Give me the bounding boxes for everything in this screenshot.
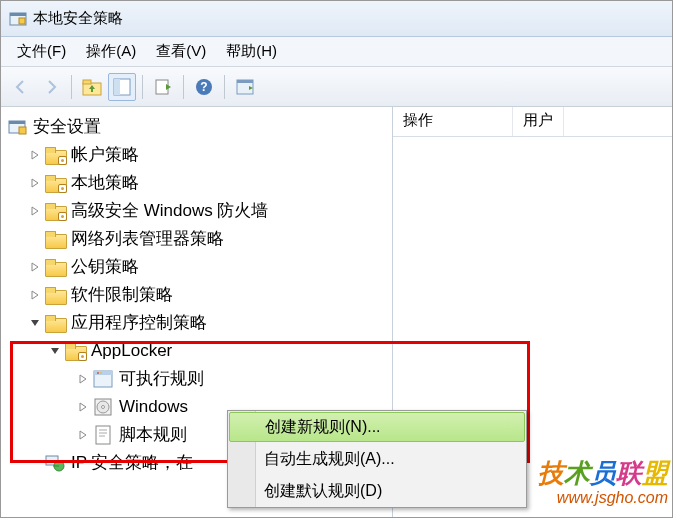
tree-label: 软件限制策略 bbox=[71, 281, 173, 309]
tree-label: Windows bbox=[119, 393, 188, 421]
tree-label: IP 安全策略，在 bbox=[71, 449, 193, 477]
toolbar-separator bbox=[183, 75, 184, 99]
right-header: 操作 用户 bbox=[393, 107, 672, 137]
context-menu-auto-gen[interactable]: 自动生成规则(A)... bbox=[228, 443, 526, 475]
expander-icon[interactable] bbox=[27, 259, 43, 275]
folder-icon bbox=[45, 229, 65, 249]
folder-icon bbox=[45, 313, 65, 333]
tree-item-applocker[interactable]: AppLocker bbox=[3, 337, 392, 365]
menu-view[interactable]: 查看(V) bbox=[146, 38, 216, 65]
tree-item-exe-rules[interactable]: 可执行规则 bbox=[3, 365, 392, 393]
ip-security-icon bbox=[45, 453, 65, 473]
tree-item-software-restriction[interactable]: 软件限制策略 bbox=[3, 281, 392, 309]
up-folder-button[interactable] bbox=[78, 73, 106, 101]
toolbar-separator bbox=[224, 75, 225, 99]
toolbar: ? bbox=[1, 67, 672, 107]
svg-rect-4 bbox=[83, 80, 91, 84]
tree-label: 公钥策略 bbox=[71, 253, 139, 281]
menu-action[interactable]: 操作(A) bbox=[76, 38, 146, 65]
svg-rect-2 bbox=[19, 18, 25, 24]
expander-spacer bbox=[27, 231, 43, 247]
svg-point-21 bbox=[102, 406, 105, 409]
folder-icon bbox=[45, 201, 65, 221]
column-header-action[interactable]: 操作 bbox=[393, 107, 513, 136]
tree-item-account-policy[interactable]: 帐户策略 bbox=[3, 141, 392, 169]
security-settings-icon bbox=[7, 117, 27, 137]
svg-rect-16 bbox=[94, 371, 112, 375]
tree-root[interactable]: 安全设置 bbox=[3, 113, 392, 141]
window-icon bbox=[93, 369, 113, 389]
context-menu-create-default[interactable]: 创建默认规则(D) bbox=[228, 475, 526, 507]
help-button[interactable]: ? bbox=[190, 73, 218, 101]
column-header-user[interactable]: 用户 bbox=[513, 107, 564, 136]
export-button[interactable] bbox=[149, 73, 177, 101]
tree-label: 安全设置 bbox=[33, 113, 101, 141]
svg-rect-1 bbox=[10, 13, 26, 16]
expander-icon[interactable] bbox=[27, 147, 43, 163]
tree-label: 网络列表管理器策略 bbox=[71, 225, 224, 253]
watermark-brand: 技术员联盟 bbox=[538, 456, 668, 491]
app-icon bbox=[9, 10, 27, 28]
tree-label: 高级安全 Windows 防火墙 bbox=[71, 197, 268, 225]
menu-item-label: 自动生成规则(A)... bbox=[264, 449, 395, 470]
tree-item-local-policy[interactable]: 本地策略 bbox=[3, 169, 392, 197]
tree-label: 脚本规则 bbox=[119, 421, 187, 449]
tree-label: 可执行规则 bbox=[119, 365, 204, 393]
tree-item-app-control[interactable]: 应用程序控制策略 bbox=[3, 309, 392, 337]
main-window: 本地安全策略 文件(F) 操作(A) 查看(V) 帮助(H) ? 安全设置 bbox=[0, 0, 673, 518]
expander-icon[interactable] bbox=[75, 399, 91, 415]
svg-rect-11 bbox=[237, 80, 253, 83]
context-menu-create-new[interactable]: 创建新规则(N)... bbox=[229, 412, 525, 442]
menu-help[interactable]: 帮助(H) bbox=[216, 38, 287, 65]
script-icon bbox=[93, 425, 113, 445]
tree-item-public-key[interactable]: 公钥策略 bbox=[3, 253, 392, 281]
tree-view-button[interactable] bbox=[108, 73, 136, 101]
toolbar-separator bbox=[71, 75, 72, 99]
window-title: 本地安全策略 bbox=[33, 9, 123, 28]
svg-point-17 bbox=[97, 372, 99, 374]
svg-rect-22 bbox=[96, 426, 110, 444]
context-menu: 创建新规则(N)... 自动生成规则(A)... 创建默认规则(D) bbox=[227, 410, 527, 508]
nav-back-button[interactable] bbox=[7, 73, 35, 101]
tree-label: 应用程序控制策略 bbox=[71, 309, 207, 337]
toolbar-separator bbox=[142, 75, 143, 99]
menu-item-label: 创建新规则(N)... bbox=[265, 417, 381, 438]
expander-icon[interactable] bbox=[75, 427, 91, 443]
nav-forward-button[interactable] bbox=[37, 73, 65, 101]
folder-icon bbox=[45, 285, 65, 305]
expander-icon[interactable] bbox=[27, 203, 43, 219]
svg-rect-13 bbox=[9, 121, 25, 124]
disc-icon bbox=[93, 397, 113, 417]
svg-text:?: ? bbox=[200, 80, 207, 94]
tree-label: 帐户策略 bbox=[71, 141, 139, 169]
folder-icon bbox=[45, 257, 65, 277]
menu-file[interactable]: 文件(F) bbox=[7, 38, 76, 65]
expander-icon[interactable] bbox=[27, 175, 43, 191]
tree-label: 本地策略 bbox=[71, 169, 139, 197]
menu-item-label: 创建默认规则(D) bbox=[264, 481, 382, 502]
tree-item-network-list[interactable]: 网络列表管理器策略 bbox=[3, 225, 392, 253]
expander-icon[interactable] bbox=[27, 287, 43, 303]
folder-icon bbox=[45, 145, 65, 165]
tree-label: AppLocker bbox=[91, 337, 172, 365]
folder-icon bbox=[65, 341, 85, 361]
menubar: 文件(F) 操作(A) 查看(V) 帮助(H) bbox=[1, 37, 672, 67]
watermark-url: www.jsgho.com bbox=[538, 489, 668, 507]
svg-rect-14 bbox=[19, 127, 26, 134]
expander-open-icon[interactable] bbox=[47, 343, 63, 359]
expander-spacer bbox=[27, 455, 43, 471]
svg-rect-6 bbox=[114, 79, 120, 95]
properties-button[interactable] bbox=[231, 73, 259, 101]
expander-icon[interactable] bbox=[75, 371, 91, 387]
folder-icon bbox=[45, 173, 65, 193]
tree-item-firewall[interactable]: 高级安全 Windows 防火墙 bbox=[3, 197, 392, 225]
watermark: 技术员联盟 www.jsgho.com bbox=[538, 456, 668, 507]
expander-open-icon[interactable] bbox=[27, 315, 43, 331]
titlebar: 本地安全策略 bbox=[1, 1, 672, 37]
svg-point-18 bbox=[100, 372, 102, 374]
